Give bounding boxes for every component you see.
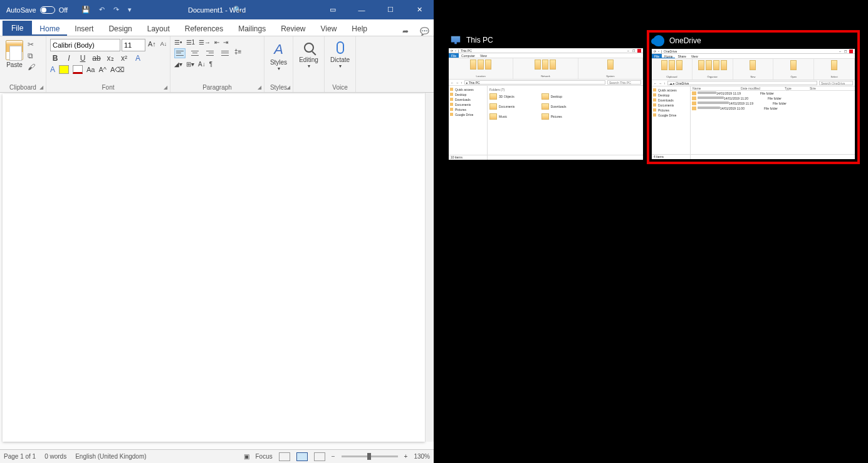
cut-icon[interactable]: ✂	[28, 40, 35, 49]
superscript-button[interactable]: x²	[119, 54, 129, 63]
web-layout-button[interactable]	[314, 452, 325, 461]
find-icon	[304, 43, 314, 53]
quick-access-toolbar: 💾 ↶ ↷ ▾	[74, 6, 132, 14]
align-center-button[interactable]	[189, 48, 201, 58]
group-paragraph: ☰• ☰1 ☰→ ⇤ ⇥ ‡≡ ◢▾ ⊞▾ A↓ ¶	[170, 36, 264, 92]
tab-mailings[interactable]: Mailings	[231, 21, 273, 36]
increase-indent-button[interactable]: ⇥	[223, 39, 228, 46]
align-right-button[interactable]	[204, 48, 216, 58]
font-size-combo[interactable]	[122, 39, 145, 51]
subscript-button[interactable]: x₂	[105, 54, 115, 63]
vertical-scrollbar[interactable]	[425, 93, 434, 442]
close-button[interactable]: ✕	[405, 0, 434, 19]
bullets-button[interactable]: ☰•	[174, 39, 182, 46]
borders-button[interactable]: ⊞▾	[186, 61, 194, 68]
italic-button[interactable]: I	[64, 54, 74, 63]
sort-button[interactable]: A↓	[198, 61, 206, 68]
zoom-out-button[interactable]: −	[332, 453, 335, 460]
shading-button[interactable]: ◢▾	[174, 61, 182, 68]
grow-font-icon[interactable]: A↑	[147, 39, 157, 51]
minimize-button[interactable]: —	[347, 0, 376, 19]
underline-button[interactable]: U	[78, 54, 88, 63]
snap-assist-overlay: This PC ⟳▫|This PC –☐ File Computer View…	[434, 0, 868, 463]
ribbon-display-icon[interactable]: ▭	[318, 0, 347, 19]
thumbnail-onedrive-title: OneDrive	[669, 36, 701, 45]
tab-home[interactable]: Home	[32, 21, 67, 36]
styles-button[interactable]: A Styles ▾	[268, 39, 289, 71]
save-icon[interactable]: 💾	[81, 6, 90, 14]
tab-layout[interactable]: Layout	[140, 21, 177, 36]
text-effects-icon[interactable]: A	[133, 54, 143, 63]
autosave-toggle[interactable]: AutoSave Off	[0, 6, 74, 14]
comments-button[interactable]: 💬	[415, 27, 434, 36]
undo-icon[interactable]: ↶	[99, 6, 105, 14]
shrink-font-icon[interactable]: A↓	[159, 39, 169, 51]
print-layout-button[interactable]	[296, 452, 308, 461]
grow-font-icon-2[interactable]: A^	[98, 66, 107, 73]
align-left-button[interactable]	[174, 48, 186, 58]
group-voice-label: Voice	[325, 84, 355, 91]
font-color-icon-A[interactable]: A	[50, 65, 55, 74]
status-lang[interactable]: English (United Kingdom)	[75, 453, 146, 460]
maximize-button[interactable]: ☐	[376, 0, 405, 19]
font-color-button[interactable]	[73, 65, 83, 74]
status-words[interactable]: 0 words	[44, 453, 66, 460]
highlight-color-button[interactable]	[59, 65, 69, 74]
status-focus[interactable]: Focus	[256, 453, 273, 460]
thumbnail-onedrive-body: ⟳▫|OneDrive –☐ File Home Share View Clip…	[652, 49, 855, 159]
change-case-button[interactable]: Aa	[86, 66, 95, 73]
thumbnail-onedrive[interactable]: OneDrive ⟳▫|OneDrive –☐ File Home Share …	[647, 30, 860, 164]
document-area: Page 1 of 1 0 words English (United King…	[0, 93, 434, 463]
group-editing: Editing ▾	[293, 36, 325, 92]
styles-launcher-icon[interactable]: ◢	[286, 85, 290, 90]
bold-button[interactable]: B	[50, 54, 60, 63]
font-launcher-icon[interactable]: ◢	[164, 85, 167, 90]
word-window: AutoSave Off 💾 ↶ ↷ ▾ Document1 - Word 🔍 …	[0, 0, 434, 463]
ribbon: Paste ✂ ⧉ 🖌 Clipboard ◢ A↑ A↓	[0, 36, 434, 93]
clipboard-launcher-icon[interactable]: ◢	[39, 85, 43, 90]
group-clipboard: Paste ✂ ⧉ 🖌 Clipboard ◢	[0, 36, 46, 92]
thumbnail-thispc-header: This PC	[449, 34, 643, 46]
zoom-percent[interactable]: 130%	[414, 453, 430, 460]
paste-button[interactable]: Paste	[4, 39, 25, 68]
focus-mode-icon[interactable]: ▣	[244, 453, 249, 460]
group-styles: A Styles ▾ Styles ◢	[264, 36, 293, 92]
numbering-button[interactable]: ☰1	[186, 39, 196, 46]
styles-btn-label: Styles	[268, 59, 289, 66]
editing-btn-label: Editing	[297, 56, 320, 63]
share-button[interactable]: ➦	[396, 27, 415, 36]
thumbnail-thispc-title: This PC	[466, 36, 493, 44]
tab-help[interactable]: Help	[344, 21, 375, 36]
tab-design[interactable]: Design	[101, 21, 139, 36]
line-spacing-button[interactable]: ‡≡	[234, 48, 241, 58]
read-mode-button[interactable]	[279, 452, 290, 461]
editing-button[interactable]: Editing ▾	[297, 39, 320, 69]
search-icon[interactable]: 🔍	[233, 6, 242, 14]
styles-icon: A	[271, 41, 286, 56]
zoom-slider[interactable]	[342, 455, 398, 457]
decrease-indent-button[interactable]: ⇤	[214, 39, 219, 46]
ribbon-tabs: File Home Insert Design Layout Reference…	[0, 19, 434, 36]
group-font: A↑ A↓ B I U ab x₂ x² A A Aa A^	[46, 36, 170, 92]
dictate-button[interactable]: Dictate ▾	[328, 39, 352, 69]
strikethrough-button[interactable]: ab	[92, 54, 102, 63]
format-painter-icon[interactable]: 🖌	[28, 63, 35, 71]
thumbnail-thispc[interactable]: This PC ⟳▫|This PC –☐ File Computer View…	[449, 34, 643, 160]
tab-review[interactable]: Review	[273, 21, 313, 36]
clear-formatting-icon[interactable]: A⌫	[110, 66, 125, 74]
font-name-combo[interactable]	[50, 39, 120, 51]
zoom-in-button[interactable]: +	[404, 453, 408, 460]
paragraph-launcher-icon[interactable]: ◢	[258, 85, 261, 90]
tab-file[interactable]: File	[3, 21, 32, 36]
tab-view[interactable]: View	[313, 21, 345, 36]
tab-references[interactable]: References	[177, 21, 231, 36]
tab-insert[interactable]: Insert	[67, 21, 101, 36]
multilevel-button[interactable]: ☰→	[199, 39, 211, 46]
status-page[interactable]: Page 1 of 1	[4, 453, 36, 460]
document-page[interactable]	[3, 94, 425, 442]
justify-button[interactable]	[219, 48, 231, 58]
qat-customize-icon[interactable]: ▾	[128, 6, 132, 14]
redo-icon[interactable]: ↷	[113, 6, 119, 14]
show-marks-button[interactable]: ¶	[209, 61, 212, 68]
copy-icon[interactable]: ⧉	[28, 51, 35, 60]
